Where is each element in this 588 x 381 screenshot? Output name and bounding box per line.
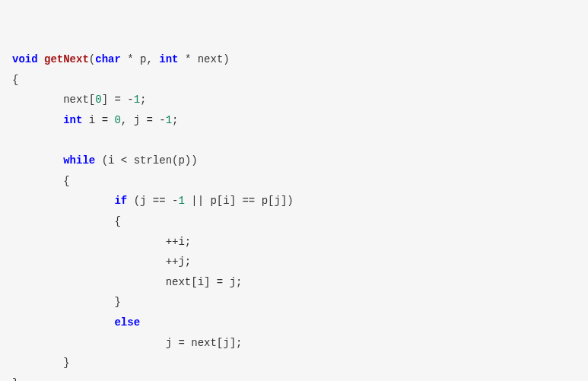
line-8: ++j;: [12, 256, 191, 268]
line-5a: (j == -: [127, 195, 178, 207]
sig-next: * next): [178, 53, 229, 65]
sig-open: (: [89, 53, 95, 65]
line-7: ++i;: [12, 236, 191, 248]
keyword-char: char: [95, 53, 121, 65]
line-5b: || p[i] == p[j]): [185, 195, 294, 207]
keyword-while: while: [63, 154, 95, 167]
line-1a: next[: [12, 94, 95, 106]
line-13: }: [12, 357, 70, 369]
line-2c: ;: [172, 114, 178, 126]
line-11pad: [12, 316, 114, 329]
keyword-int: int: [159, 53, 178, 65]
num-0b: 0: [114, 114, 120, 126]
sig-p: * p,: [121, 53, 159, 65]
brace-close: }: [12, 377, 18, 381]
keyword-int2: int: [63, 114, 82, 126]
num-1b: 1: [166, 114, 172, 126]
code-block: void getNext(char * p, int * next) { nex…: [12, 49, 576, 381]
line-2pad: [12, 114, 63, 126]
line-4: {: [12, 175, 70, 187]
function-name: getNext: [44, 53, 89, 65]
line-1b: ] = -: [102, 94, 134, 106]
keyword-else: else: [114, 316, 140, 329]
brace-open: {: [12, 74, 18, 86]
line-9: next[i] = j;: [12, 276, 242, 288]
line-1c: ;: [140, 94, 146, 106]
line-10: }: [12, 296, 121, 308]
line-3pad: [12, 154, 63, 167]
keyword-if: if: [114, 195, 127, 207]
line-3a: (i < strlen(p)): [95, 154, 197, 167]
keyword-void: void: [12, 53, 38, 65]
line-2b: , j = -: [121, 114, 166, 126]
num-1c: 1: [178, 195, 184, 207]
line-2a: i =: [82, 114, 114, 126]
line-5pad: [12, 195, 114, 207]
line-6: {: [12, 215, 121, 227]
line-12: j = next[j];: [12, 337, 242, 349]
num-0: 0: [95, 94, 101, 106]
num-1: 1: [134, 94, 140, 106]
